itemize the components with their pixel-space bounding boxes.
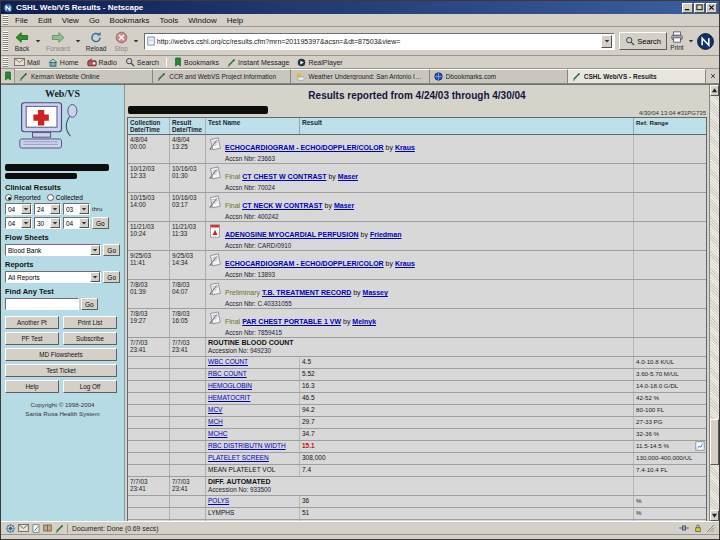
tab-close-button[interactable]	[706, 69, 719, 83]
personal-item-instant-message[interactable]: Instant Message	[223, 58, 293, 67]
scrollbar-track[interactable]	[710, 96, 719, 510]
doctor-link[interactable]: Kraus	[395, 260, 415, 267]
toolbar-dropdown[interactable]	[132, 38, 140, 44]
button-md-flowsheets[interactable]: MD Flowsheets	[5, 348, 117, 361]
doctor-link[interactable]: Maser	[334, 202, 354, 209]
test-name-link[interactable]: MCH	[208, 418, 223, 425]
back-button[interactable]: Back	[10, 28, 34, 54]
reload-button[interactable]: Reload	[82, 28, 111, 54]
menu-item-view[interactable]: View	[57, 16, 84, 25]
tab-ccr-and-webvs-project-information[interactable]: CCR and WebVS Project Information	[153, 69, 291, 83]
tab-dbookmarks-com[interactable]: Dbookmarks.com	[430, 69, 568, 83]
menu-item-tools[interactable]: Tools	[155, 16, 184, 25]
reports-go-button[interactable]: Go	[103, 271, 120, 283]
flow-sheets-select[interactable]: Blood Bank	[5, 244, 101, 256]
pdf-icon[interactable]	[208, 224, 222, 238]
personal-item-home[interactable]: Home	[44, 58, 83, 67]
personal-item-mail[interactable]: Mail	[10, 58, 44, 66]
test-name-link[interactable]: HEMOGLOBIN	[208, 382, 252, 389]
menu-item-go[interactable]: Go	[84, 16, 105, 25]
chart-icon[interactable]	[695, 441, 705, 451]
button-help[interactable]: Help	[5, 380, 59, 393]
back-dropdown[interactable]	[34, 38, 42, 44]
from-year-select[interactable]: 03	[63, 203, 90, 215]
window-titlebar[interactable]: CSHL Web/VS Results - Netscape	[1, 1, 719, 14]
test-name-link[interactable]: POLYS	[208, 497, 229, 504]
test-name-link[interactable]: RBC DISTRIBUTN WIDTH	[208, 442, 286, 449]
test-name-link[interactable]: PLATELET SCREEN	[208, 454, 269, 461]
to-month-select[interactable]: 04	[5, 217, 32, 229]
menu-item-edit[interactable]: Edit	[33, 16, 57, 25]
url-input[interactable]	[157, 35, 601, 47]
report-link[interactable]: ECHOCARDIOGRAM - ECHO/DOPPLER/COLOR	[225, 260, 384, 267]
personal-item-radio[interactable]: Radio	[83, 58, 121, 67]
composer-icon[interactable]	[32, 524, 40, 533]
report-icon[interactable]	[208, 137, 222, 151]
maximize-button[interactable]	[694, 3, 705, 13]
doctor-link[interactable]: Maser	[338, 173, 358, 180]
test-name-link[interactable]: MCV	[208, 406, 222, 413]
radio-collected[interactable]: Collected	[47, 194, 83, 201]
vertical-scrollbar[interactable]	[709, 85, 719, 521]
tab-weather-underground-san-antonio-inte[interactable]: Weather Underground: San Antonio Inte...	[291, 69, 429, 83]
to-day-select[interactable]: 30	[34, 217, 61, 229]
menu-item-bookmarks[interactable]: Bookmarks	[105, 16, 155, 25]
report-link[interactable]: ADENOSINE MYOCARDIAL PERFUSION	[225, 231, 359, 238]
scroll-up-button[interactable]	[710, 85, 719, 96]
find-test-go-button[interactable]: Go	[81, 298, 98, 310]
button-another-pt[interactable]: Another Pt	[5, 316, 59, 329]
test-name-link[interactable]: MCHC	[208, 430, 228, 437]
report-link[interactable]: PAR CHEST PORTABLE 1 VW	[242, 318, 341, 325]
tab-cshl-web-vs-results[interactable]: CSHL Web/VS - Results	[568, 69, 706, 83]
from-day-select[interactable]: 24	[34, 203, 61, 215]
button-subscribe[interactable]: Subscribe	[63, 332, 117, 345]
stop-button[interactable]: Stop	[110, 28, 131, 54]
toolbar-grip[interactable]	[3, 15, 8, 25]
scrollbar-thumb[interactable]	[710, 419, 719, 465]
button-print-list[interactable]: Print List	[63, 316, 117, 329]
button-log-off[interactable]: Log Off	[63, 380, 117, 393]
radio-reported[interactable]: Reported	[5, 194, 41, 201]
mail-icon[interactable]	[18, 524, 29, 532]
report-icon[interactable]	[208, 253, 222, 267]
personal-item-bookmarks[interactable]: Bookmarks	[170, 57, 223, 67]
close-button[interactable]	[706, 3, 717, 13]
report-icon[interactable]	[208, 311, 222, 325]
report-link[interactable]: CT NECK W CONTRAST	[242, 202, 323, 209]
toolbar-grip[interactable]	[3, 31, 8, 52]
button-pf-test[interactable]: PF Test	[5, 332, 59, 345]
to-year-select[interactable]: 04	[63, 217, 90, 229]
forward-button[interactable]: Forward	[42, 28, 74, 54]
forward-dropdown[interactable]	[74, 38, 82, 44]
date-go-button[interactable]: Go	[92, 217, 109, 229]
report-link[interactable]: T.B. TREATMENT RECORD	[262, 289, 351, 296]
from-month-select[interactable]: 04	[5, 203, 32, 215]
menu-item-window[interactable]: Window	[183, 16, 221, 25]
test-name-link[interactable]: RBC COUNT	[208, 370, 247, 377]
print-dropdown[interactable]	[687, 38, 695, 44]
test-name-link[interactable]: WBC COUNT	[208, 358, 248, 365]
navigator-icon[interactable]	[6, 524, 15, 533]
resize-grip[interactable]	[706, 524, 715, 533]
menu-item-file[interactable]: File	[10, 16, 33, 25]
menu-item-help[interactable]: Help	[222, 16, 248, 25]
report-icon[interactable]	[208, 195, 222, 209]
doctor-link[interactable]: Melnyk	[352, 318, 376, 325]
tab-kerman-website-online[interactable]: Kerman Website Online	[15, 69, 153, 83]
security-icon[interactable]	[694, 524, 702, 533]
im-icon[interactable]	[55, 524, 64, 533]
find-test-input[interactable]	[5, 298, 79, 310]
report-icon[interactable]	[208, 282, 222, 296]
netscape-throbber-logo[interactable]	[697, 33, 714, 50]
flow-sheets-go-button[interactable]: Go	[103, 244, 120, 256]
report-icon[interactable]	[208, 166, 222, 180]
doctor-link[interactable]: Massey	[363, 289, 388, 296]
button-test-ticket[interactable]: Test Ticket	[5, 364, 117, 377]
personal-item-search[interactable]: Search	[121, 57, 163, 67]
toolbar-grip[interactable]	[3, 57, 8, 67]
bookmark-tab-icon[interactable]	[1, 69, 15, 83]
minimize-button[interactable]	[682, 3, 693, 13]
doctor-link[interactable]: Kraus	[395, 144, 415, 151]
connection-icon[interactable]	[678, 524, 690, 532]
doctor-link[interactable]: Friedman	[370, 231, 402, 238]
